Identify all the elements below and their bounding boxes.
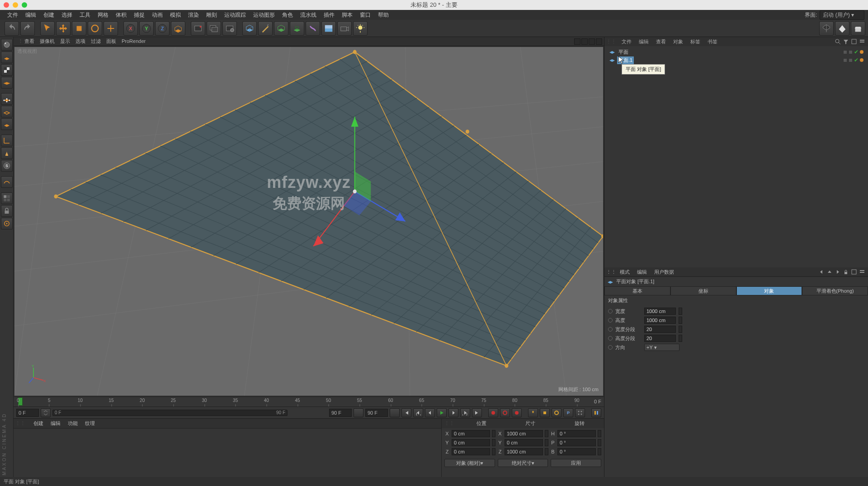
menu-工具[interactable]: 工具 — [76, 9, 94, 21]
objmgr-menu-文件[interactable]: 文件 — [618, 37, 635, 46]
tag-button[interactable] — [835, 21, 849, 36]
size-field[interactable]: 1000 cm — [505, 430, 543, 437]
prev-frame-button[interactable] — [425, 408, 435, 417]
viewport-menu-查看[interactable]: 查看 — [22, 37, 37, 45]
live-select-tool[interactable] — [40, 21, 55, 36]
nav-up-icon[interactable] — [826, 269, 833, 275]
goto-end-button[interactable] — [472, 408, 482, 417]
next-frame-button[interactable] — [448, 408, 458, 417]
attr-value-field[interactable]: 1000 cm — [644, 317, 676, 324]
panel-grip-icon[interactable]: ⋮⋮ — [606, 39, 618, 45]
new-window-icon[interactable] — [851, 269, 857, 275]
panel-menu-icon[interactable] — [859, 269, 865, 275]
menu-文件[interactable]: 文件 — [4, 9, 22, 21]
orientation-dropdown[interactable]: +Y ▾ — [644, 344, 679, 351]
undo-button[interactable] — [5, 21, 19, 36]
spinner-icon[interactable] — [390, 408, 400, 417]
nav-back-icon[interactable] — [818, 269, 825, 275]
environment-button[interactable] — [321, 21, 336, 36]
phong-tag-icon[interactable] — [860, 50, 863, 54]
objmgr-menu-查看[interactable]: 查看 — [652, 37, 670, 46]
key-scale-button[interactable] — [540, 408, 550, 417]
menu-帮助[interactable]: 帮助 — [374, 9, 392, 21]
spinner-icon[interactable] — [598, 448, 601, 455]
attr-tab-2[interactable]: 对象 — [736, 286, 802, 295]
material-menu-功能[interactable]: 功能 — [64, 420, 81, 427]
material-menu-创建[interactable]: 创建 — [30, 420, 47, 427]
workplane-mode-button[interactable] — [1, 77, 13, 89]
axis-mode-button[interactable] — [1, 135, 13, 146]
menu-体积[interactable]: 体积 — [112, 9, 130, 21]
visibility-editor-toggle[interactable] — [843, 58, 847, 62]
panel-grip-icon[interactable]: ⋮⋮ — [15, 421, 25, 426]
spinner-icon[interactable] — [41, 408, 51, 417]
polygons-mode-button[interactable] — [1, 118, 13, 130]
attr-value-field[interactable]: 1000 cm — [644, 308, 676, 315]
panel-grip-icon[interactable]: ⋮⋮ — [442, 421, 457, 426]
viewport-nav-pan-icon[interactable] — [574, 38, 580, 45]
y-axis-lock[interactable]: Y — [139, 21, 154, 36]
rotate-tool[interactable] — [88, 21, 102, 36]
anim-dot-icon[interactable] — [608, 309, 613, 313]
view-mode-icon[interactable] — [851, 38, 857, 45]
spinner-icon[interactable] — [679, 335, 682, 342]
menu-选择[interactable]: 选择 — [58, 9, 76, 21]
menu-运动跟踪[interactable]: 运动跟踪 — [221, 9, 250, 21]
rotation-field[interactable]: 0 ° — [557, 430, 596, 437]
menu-窗口[interactable]: 窗口 — [356, 9, 374, 21]
soft-select-button[interactable] — [1, 176, 13, 188]
phong-tag-icon[interactable] — [860, 58, 863, 62]
menu-插件[interactable]: 插件 — [320, 9, 338, 21]
texture-mode-button[interactable] — [1, 64, 13, 76]
object-tree[interactable]: 平面✔平面.1✔ 平面 对象 [平面] — [604, 46, 868, 267]
enabled-toggle[interactable]: ✔ — [854, 49, 859, 55]
attr-menu-用户数据[interactable]: 用户数据 — [651, 268, 678, 276]
visibility-render-toggle[interactable] — [849, 58, 853, 62]
position-field[interactable]: 0 cm — [452, 448, 490, 455]
spinner-icon[interactable] — [679, 317, 682, 324]
menu-雕刻[interactable]: 雕刻 — [203, 9, 221, 21]
rotation-field[interactable]: 0 ° — [557, 439, 596, 446]
model-mode-button[interactable] — [1, 51, 13, 63]
size-field[interactable]: 0 cm — [505, 439, 543, 446]
menu-捕捉[interactable]: 捕捉 — [130, 9, 148, 21]
size-field[interactable]: 1000 cm — [505, 448, 543, 455]
z-axis-lock[interactable]: Z — [155, 21, 170, 36]
key-rot-button[interactable] — [552, 408, 561, 417]
lock-icon[interactable] — [843, 269, 849, 275]
material-menu-纹理[interactable]: 纹理 — [81, 420, 99, 427]
x-axis-lock[interactable]: X — [123, 21, 138, 36]
object-tree-item[interactable]: 平面✔ — [605, 48, 867, 56]
visibility-render-toggle[interactable] — [849, 50, 853, 54]
timeline-options-button[interactable] — [591, 408, 601, 417]
attr-tab-3[interactable]: 平滑着色(Phong) — [802, 286, 868, 295]
viewport-maximize-icon[interactable] — [596, 38, 602, 45]
start-frame-field[interactable]: 0 F — [16, 409, 39, 417]
points-mode-button[interactable] — [1, 93, 13, 105]
menu-渲染[interactable]: 渲染 — [184, 9, 203, 21]
step-back-button[interactable] — [413, 408, 423, 417]
content-browser-button[interactable] — [819, 21, 834, 36]
rotation-field[interactable]: 0 ° — [557, 448, 596, 455]
layout-dropdown[interactable]: 启动 (用户) ▾ — [820, 10, 864, 20]
play-button[interactable] — [437, 408, 447, 417]
record-key-button[interactable] — [488, 408, 498, 417]
anim-dot-icon[interactable] — [608, 336, 613, 341]
render-settings-button[interactable] — [222, 21, 237, 36]
viewport-menu-显示[interactable]: 显示 — [57, 37, 73, 45]
coord-apply-button[interactable]: 应用 — [551, 459, 601, 467]
spinner-icon[interactable] — [492, 430, 495, 437]
minimize-window-button[interactable] — [13, 2, 18, 8]
edges-mode-button[interactable] — [1, 106, 13, 117]
move-tool[interactable] — [56, 21, 71, 36]
enabled-toggle[interactable]: ✔ — [854, 57, 859, 63]
material-list-area[interactable] — [14, 428, 441, 477]
scale-tool[interactable] — [72, 21, 86, 36]
position-field[interactable]: 0 cm — [452, 430, 490, 437]
object-tree-item[interactable]: 平面.1✔ — [605, 56, 867, 64]
object-name[interactable]: 平面 — [617, 48, 630, 56]
menu-流水线[interactable]: 流水线 — [297, 9, 320, 21]
spinner-icon[interactable] — [492, 448, 495, 455]
redo-button[interactable] — [20, 21, 35, 36]
key-pos-button[interactable] — [528, 408, 538, 417]
